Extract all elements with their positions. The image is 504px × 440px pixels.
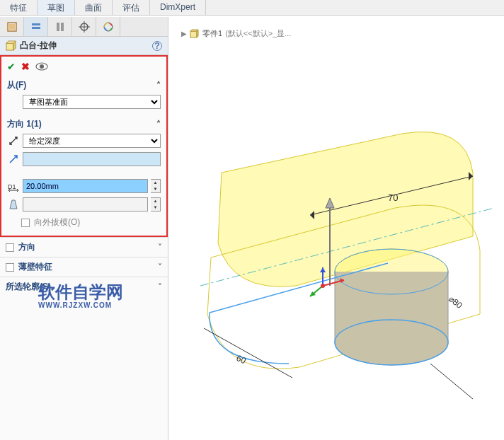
end-condition-combo[interactable]: 给定深度 xyxy=(23,134,161,148)
svg-rect-4 xyxy=(57,23,59,31)
svg-text:D1: D1 xyxy=(8,183,16,190)
draft-outward-label: 向外拔模(O) xyxy=(34,216,80,228)
svg-rect-10 xyxy=(6,43,13,50)
depth-spinner[interactable]: ▲ ▼ xyxy=(151,179,161,193)
dir2-checkbox[interactable] xyxy=(6,243,14,252)
dir1-label: 方向 1(1) xyxy=(7,118,42,130)
cancel-button[interactable]: ✖ xyxy=(21,61,30,72)
ok-button[interactable]: ✔ xyxy=(7,61,16,72)
property-panel: 凸台-拉伸 ? ✔ ✖ 从(F) ˄ 草图基准面 方向 1(1) ˄ xyxy=(0,17,168,440)
tab-evaluate[interactable]: 评估 xyxy=(113,0,150,15)
dim-70: 70 xyxy=(388,192,398,203)
help-icon[interactable]: ? xyxy=(152,41,162,51)
from-label: 从(F) xyxy=(7,79,26,91)
graphics-viewport[interactable]: ▶ 零件1 (默认<<默认>_显... 70 xyxy=(168,17,504,440)
feature-title: 凸台-拉伸 xyxy=(20,40,152,52)
reverse-direction-icon[interactable] xyxy=(7,134,20,147)
tab-surface[interactable]: 曲面 xyxy=(75,0,113,15)
spin-up[interactable]: ▲ xyxy=(151,180,160,186)
draft-outward-checkbox[interactable] xyxy=(21,219,30,227)
direction-arrow-icon[interactable] xyxy=(7,153,20,166)
svg-rect-3 xyxy=(32,27,40,29)
preview-icon[interactable] xyxy=(35,62,48,71)
tab-sketch[interactable]: 草图 xyxy=(38,0,75,15)
dim-d80: ⌀80 xyxy=(447,294,464,311)
ptab-appearance[interactable] xyxy=(96,17,120,36)
thin-checkbox[interactable] xyxy=(6,263,14,272)
draft-spinner: ▲▼ xyxy=(151,197,161,212)
dir2-label: 方向 xyxy=(18,241,35,253)
chevron-down-icon[interactable]: ˅ xyxy=(158,262,162,272)
command-tabs: 特征 草图 曲面 评估 DimXpert xyxy=(0,0,504,16)
thin-label: 薄壁特征 xyxy=(18,261,52,273)
chevron-down-icon[interactable]: ˅ xyxy=(158,282,162,292)
model-preview: 70 ⌀80 60 xyxy=(168,31,501,427)
panel-tabs xyxy=(0,17,168,37)
chevron-up-icon[interactable]: ˄ xyxy=(156,81,161,91)
svg-rect-1 xyxy=(9,24,15,30)
highlighted-params: ✔ ✖ 从(F) ˄ 草图基准面 方向 1(1) ˄ xyxy=(0,55,168,237)
svg-point-12 xyxy=(40,64,44,69)
draft-angle-input xyxy=(23,197,148,212)
ptab-config[interactable] xyxy=(48,17,72,36)
ptab-feature-tree[interactable] xyxy=(0,17,24,36)
extrude-icon xyxy=(6,41,16,51)
chevron-up-icon[interactable]: ˄ xyxy=(156,120,161,129)
spin-down[interactable]: ▼ xyxy=(151,186,160,192)
from-combo[interactable]: 草图基准面 xyxy=(23,95,161,109)
contour-label: 所选轮廓(S) xyxy=(6,281,51,293)
depth-icon: D1 xyxy=(7,180,20,192)
ptab-property[interactable] xyxy=(24,17,48,36)
tab-feature[interactable]: 特征 xyxy=(0,0,38,15)
ptab-target[interactable] xyxy=(72,17,96,36)
svg-point-22 xyxy=(321,284,325,288)
depth-input[interactable] xyxy=(23,179,148,193)
feature-title-row: 凸台-拉伸 ? xyxy=(0,37,168,55)
draft-icon[interactable] xyxy=(7,198,20,211)
svg-rect-5 xyxy=(61,23,64,31)
tab-dimxpert[interactable]: DimXpert xyxy=(150,0,206,15)
svg-rect-2 xyxy=(32,23,40,25)
chevron-down-icon[interactable]: ˅ xyxy=(158,243,162,253)
direction-ref-input[interactable] xyxy=(23,152,161,166)
